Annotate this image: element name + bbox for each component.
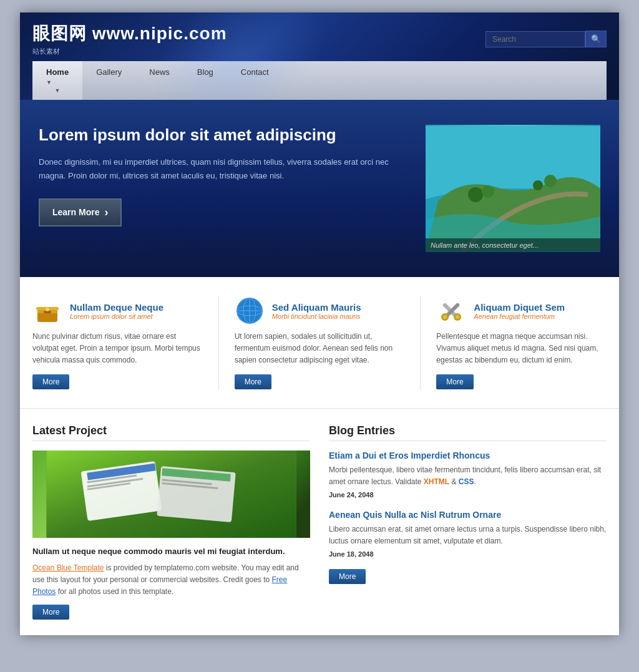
blog-amp: & xyxy=(449,477,459,486)
feature-2-titles: Sed Aliquam Mauris Morbi tincidunt lacin… xyxy=(272,302,361,320)
latest-project: Latest Project xyxy=(32,424,310,620)
xhtml-link[interactable]: XHTML xyxy=(424,477,449,486)
svg-point-22 xyxy=(456,315,459,319)
nav-item-gallery[interactable]: Gallery xyxy=(82,61,135,100)
hero-landscape-svg xyxy=(426,125,600,252)
feature-divider-2 xyxy=(420,296,421,389)
feature-2: Sed Aliquam Mauris Morbi tincidunt lacin… xyxy=(235,296,405,389)
blog-entry-2-text: Libero accumsan erat, sit amet ornare le… xyxy=(329,523,607,547)
blog-entry-2-title[interactable]: Aenean Quis Nulla ac Nisl Rutrum Ornare xyxy=(329,510,607,520)
search-button[interactable]: 🔍 xyxy=(585,31,607,47)
site-title: 眼图网 www.nipic.com xyxy=(32,22,227,46)
feature-2-subtitle: Morbi tincidunt lacinia mauris xyxy=(272,313,361,320)
feature-3-titles: Aliquam Diquet Sem Aenean feugiat fermen… xyxy=(474,302,565,320)
feature-2-text: Ut lorem sapien, sodales ut sollicitudin… xyxy=(235,331,405,367)
feature-3-more-button[interactable]: More xyxy=(436,374,473,389)
search-input[interactable] xyxy=(485,31,585,47)
site-branding: 眼图网 www.nipic.com 站长素材 xyxy=(32,22,227,56)
blog-entries-title: Blog Entries xyxy=(329,424,607,441)
project-image-svg xyxy=(32,450,310,538)
feature-2-title: Sed Aliquam Mauris xyxy=(272,302,361,313)
learn-more-button[interactable]: Learn More › xyxy=(39,198,122,226)
feature-2-more-button[interactable]: More xyxy=(235,374,271,389)
hero-image-caption: Nullam ante leo, consectetur eget... xyxy=(426,238,600,252)
blog-period: . xyxy=(474,477,476,486)
hero-content: Lorem ipsum dolor sit amet adipiscing Do… xyxy=(39,125,413,252)
nav-item-home[interactable]: Home▼ xyxy=(32,61,82,100)
feature-2-header: Sed Aliquam Mauris Morbi tincidunt lacin… xyxy=(235,296,405,326)
hero-title: Lorem ipsum dolor sit amet adipiscing xyxy=(39,125,413,146)
bottom-section: Latest Project xyxy=(20,409,619,635)
feature-1-header: Nullam Deque Neque Lorem ipsum dolor sit… xyxy=(32,296,203,326)
learn-more-label: Learn More xyxy=(52,207,99,217)
svg-point-3 xyxy=(482,185,494,198)
page-wrapper: 眼图网 www.nipic.com 站长素材 🔍 Home▼ Gallery N… xyxy=(20,12,619,635)
project-more-button[interactable]: More xyxy=(32,605,69,620)
feature-3-subtitle: Aenean feugiat fermentum xyxy=(474,313,565,320)
search-box: 🔍 xyxy=(485,31,607,47)
project-text-end: for all photos used in this template. xyxy=(58,587,173,596)
blog-entry-2-date: June 18, 2048 xyxy=(329,550,607,558)
svg-point-4 xyxy=(533,180,543,190)
blog-entry-1-title[interactable]: Etiam a Dui et Eros Imperdiet Rhoncus xyxy=(329,450,607,460)
svg-point-21 xyxy=(443,315,447,319)
feature-3-header: Aliquam Diquet Sem Aenean feugiat fermen… xyxy=(436,296,607,326)
globe-icon xyxy=(235,296,265,326)
header: 眼图网 www.nipic.com 站长素材 🔍 Home▼ Gallery N… xyxy=(20,12,619,100)
blog-entries: Blog Entries Etiam a Dui et Eros Imperdi… xyxy=(329,424,607,620)
blog-more-button[interactable]: More xyxy=(329,569,366,584)
feature-divider-1 xyxy=(218,296,219,389)
tools-icon xyxy=(436,296,466,326)
blog-entry-1-date: June 24, 2048 xyxy=(329,491,607,499)
feature-1-title: Nullam Deque Neque xyxy=(70,302,163,313)
svg-point-2 xyxy=(468,187,483,202)
feature-1-titles: Nullam Deque Neque Lorem ipsum dolor sit… xyxy=(70,302,163,320)
blog-entry-1: Etiam a Dui et Eros Imperdiet Rhoncus Mo… xyxy=(329,450,607,499)
nav-item-news[interactable]: News xyxy=(135,61,183,100)
site-subtitle: 站长素材 xyxy=(32,47,227,56)
header-top: 眼图网 www.nipic.com 站长素材 🔍 xyxy=(32,22,607,56)
svg-point-5 xyxy=(544,175,557,187)
feature-1-subtitle: Lorem ipsum dolor sit amet xyxy=(70,313,163,320)
feature-1: Nullam Deque Neque Lorem ipsum dolor sit… xyxy=(32,296,203,389)
feature-3: Aliquam Diquet Sem Aenean feugiat fermen… xyxy=(436,296,607,389)
project-image xyxy=(32,450,310,538)
feature-1-text: Nunc pulvinar dictum risus, vitae ornare… xyxy=(32,331,203,367)
ocean-blue-link[interactable]: Ocean Blue Template xyxy=(32,563,104,572)
hero-image: Nullam ante leo, consectetur eget... xyxy=(426,125,600,252)
hero-text: Donec dignissim, mi eu imperdiet ultrice… xyxy=(39,155,413,183)
nav-item-blog[interactable]: Blog xyxy=(183,61,227,100)
svg-point-10 xyxy=(46,308,49,311)
hero-section: Lorem ipsum dolor sit amet adipiscing Do… xyxy=(20,100,619,277)
blog-entry-1-text: Morbi pellentesque, libero vitae ferment… xyxy=(329,464,607,488)
feature-3-text: Pellentesque et magna neque accumsan nis… xyxy=(436,331,607,367)
feature-1-more-button[interactable]: More xyxy=(32,374,69,389)
css-link[interactable]: CSS xyxy=(459,477,474,486)
blog-entry-2: Aenean Quis Nulla ac Nisl Rutrum Ornare … xyxy=(329,510,607,558)
project-desc-title: Nullam ut neque neque commodo mauris vel… xyxy=(32,545,310,558)
feature-3-title: Aliquam Diquet Sem xyxy=(474,302,565,313)
arrow-icon: › xyxy=(104,206,108,219)
project-desc-text: Ocean Blue Template is provided by templ… xyxy=(32,562,310,598)
latest-project-title: Latest Project xyxy=(32,424,310,441)
features-section: Nullam Deque Neque Lorem ipsum dolor sit… xyxy=(20,277,619,409)
treasure-icon xyxy=(32,296,62,326)
nav-item-contact[interactable]: Contact xyxy=(227,61,283,100)
main-nav: Home▼ Gallery News Blog Contact xyxy=(32,61,607,100)
